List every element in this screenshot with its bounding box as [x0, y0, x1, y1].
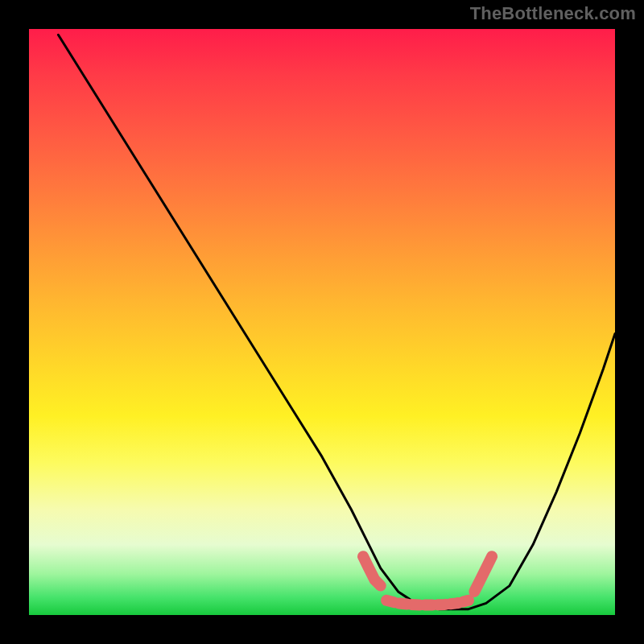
chart-svg — [29, 29, 615, 615]
chart-container: TheBottleneck.com — [0, 0, 644, 644]
black-curve — [58, 35, 615, 609]
plot-area — [29, 29, 615, 615]
red-blob-flat — [386, 601, 469, 605]
red-blob-right — [474, 556, 492, 592]
watermark-text: TheBottleneck.com — [470, 3, 636, 24]
red-markers — [363, 556, 492, 605]
